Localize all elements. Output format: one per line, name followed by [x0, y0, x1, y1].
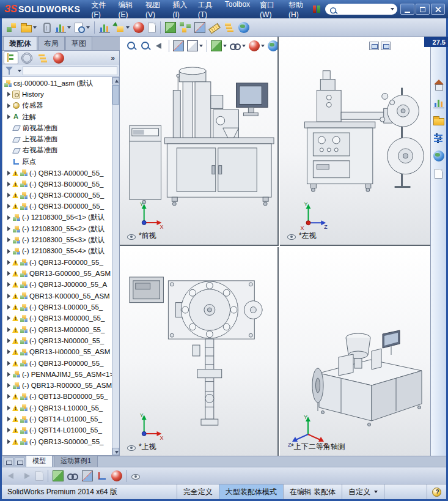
expand-arrow-icon[interactable]: [6, 327, 12, 333]
assembly-statistics-button[interactable]: [98, 20, 111, 35]
tree-item[interactable]: 右视基准面: [2, 145, 112, 156]
expand-arrow-icon[interactable]: [6, 215, 12, 221]
tab-assembly[interactable]: 装配体: [3, 36, 37, 50]
viewport-maximize-button[interactable]: [381, 42, 391, 50]
expand-arrow-icon[interactable]: [6, 237, 12, 243]
zoom-fit-button[interactable]: [125, 39, 138, 53]
tree-item[interactable]: QBR13-K00000_55_ASM: [2, 291, 112, 302]
home-button[interactable]: [432, 78, 446, 92]
tree-item[interactable]: (-) QBR13-F00000_55_: [2, 257, 112, 268]
viewport-top[interactable]: Y X *上视: [120, 247, 279, 456]
tab-motion-study-1[interactable]: 运动算例1: [54, 455, 98, 467]
expand-arrow-icon[interactable]: [6, 226, 12, 232]
tree-item[interactable]: (-) QBR13-L10000_55_: [2, 403, 112, 414]
edit-appearance-button[interactable]: [132, 20, 145, 35]
viewport-isometric[interactable]: Y X Z *上下二等角轴测: [280, 247, 430, 456]
tree-item[interactable]: (-) QBR13-N00000_55_: [2, 335, 112, 346]
simulation-button[interactable]: [164, 20, 177, 35]
panel-overflow-button[interactable]: »: [108, 54, 118, 62]
edit-appearance-dropdown-icon[interactable]: [261, 45, 265, 47]
splitter-button[interactable]: [4, 458, 13, 466]
viewport-left[interactable]: Y Z X *左视: [280, 37, 430, 246]
tree-item[interactable]: 注解: [2, 111, 112, 122]
tree-item[interactable]: (-) 12108300_55<3> (默认: [2, 234, 112, 245]
expand-arrow-icon[interactable]: [6, 416, 12, 422]
expand-arrow-icon[interactable]: [6, 103, 12, 109]
status-segment-0[interactable]: 完全定义: [177, 484, 219, 499]
tree-item[interactable]: (-) QBR13-P00000_55_: [2, 357, 112, 368]
expand-arrow-icon[interactable]: [6, 259, 12, 265]
status-dropdown-icon[interactable]: [374, 491, 378, 493]
tree-root-item[interactable]: csj-000000-11_asm (默认: [2, 78, 112, 89]
expand-arrow-icon[interactable]: [6, 304, 12, 310]
tree-scrollbar[interactable]: [112, 77, 119, 455]
tree-item[interactable]: (-) PENMAJIMJ_55_ASM<1>: [2, 369, 112, 380]
expand-arrow-icon[interactable]: [6, 270, 12, 276]
zoom-area-button[interactable]: [139, 39, 152, 53]
previous-frame-button[interactable]: [5, 469, 18, 483]
tree-item[interactable]: (-) QBT14-L01000_55_: [2, 414, 112, 425]
tab-list-button[interactable]: [15, 458, 24, 466]
tree-item[interactable]: (-) 12108300_55<1> (默认: [2, 212, 112, 223]
scroll-down-button[interactable]: [112, 448, 119, 455]
interference-detection-button[interactable]: [193, 20, 207, 35]
scroll-thumb[interactable]: [112, 85, 119, 105]
section-button[interactable]: [81, 469, 94, 483]
scroll-up-button[interactable]: [112, 77, 119, 84]
tree-item[interactable]: 前视基准面: [2, 122, 112, 133]
print-preview-button[interactable]: [73, 20, 91, 35]
evaluate-button[interactable]: [54, 20, 72, 35]
tree-item[interactable]: QBR13-G00000_55_ASM: [2, 268, 112, 279]
apply-scene-button[interactable]: [266, 39, 279, 53]
filter-dropdown-icon[interactable]: [18, 70, 21, 72]
tree-item[interactable]: (-) QBR13-M00000_55_: [2, 324, 112, 335]
filter-funnel-icon[interactable]: [4, 65, 15, 76]
section-view-button[interactable]: [172, 39, 185, 53]
custom-properties-button[interactable]: [432, 167, 446, 180]
viewport-front[interactable]: Y X *前视: [120, 37, 279, 246]
maximize-button[interactable]: [416, 4, 430, 15]
tab-layout[interactable]: 布局: [38, 36, 65, 50]
tab-model[interactable]: 模型: [26, 455, 53, 467]
expand-arrow-icon[interactable]: [6, 192, 12, 198]
open-button[interactable]: [20, 20, 38, 35]
tree-item[interactable]: 传感器: [2, 100, 112, 111]
tab-sketch[interactable]: 草图: [65, 36, 92, 50]
expand-arrow-icon[interactable]: [6, 405, 12, 411]
tree-item[interactable]: (-) QBR13-R00000_55_ASM: [2, 380, 112, 391]
search-icon[interactable]: [329, 6, 335, 12]
camera-view-button[interactable]: [130, 469, 141, 483]
tree-item[interactable]: (-) QBT13-BD00000_55_: [2, 391, 112, 402]
expand-arrow-icon[interactable]: [6, 338, 12, 344]
expand-arrow-icon[interactable]: [6, 439, 12, 445]
expand-arrow-icon[interactable]: [6, 349, 12, 355]
print-preview-dropdown-icon[interactable]: [86, 26, 90, 29]
search-box[interactable]: [325, 4, 397, 15]
expand-arrow-icon[interactable]: [6, 281, 12, 288]
tree-item[interactable]: (-) QBR13-D00000_55_: [2, 201, 112, 212]
expand-arrow-icon[interactable]: [6, 114, 12, 120]
configurationmanager-tab[interactable]: [35, 51, 50, 64]
display-style-dropdown-icon[interactable]: [223, 45, 227, 47]
tree-item[interactable]: (-) QBR13-C00000_55_: [2, 190, 112, 201]
viewport-link-button[interactable]: [369, 42, 379, 50]
smart-fasteners-button[interactable]: [237, 20, 251, 35]
expand-arrow-icon[interactable]: [6, 181, 12, 187]
insert-component-dropdown-icon[interactable]: [126, 26, 130, 29]
tree-item[interactable]: (-) QBR13-B00000_55_: [2, 179, 112, 190]
view-orientation-button[interactable]: [186, 39, 204, 53]
appearances-scenes-button[interactable]: [432, 149, 446, 163]
isolate-button[interactable]: [51, 469, 65, 483]
hide-show-items-dropdown-icon[interactable]: [242, 45, 246, 47]
exploded-view-button[interactable]: [178, 20, 192, 35]
expand-arrow-icon[interactable]: [6, 371, 12, 377]
tree-item[interactable]: 上视基准面: [2, 133, 112, 144]
expand-arrow-icon[interactable]: [6, 248, 12, 254]
edit-component-button[interactable]: [5, 20, 18, 35]
expand-arrow-icon[interactable]: [6, 393, 12, 399]
search-dropdown-icon[interactable]: [391, 8, 394, 10]
tree-item[interactable]: (-) QBT14-L01000_55_: [2, 425, 112, 436]
notes-button[interactable]: [34, 469, 45, 483]
minimize-button[interactable]: [400, 4, 414, 15]
new-document-button[interactable]: [147, 20, 157, 35]
